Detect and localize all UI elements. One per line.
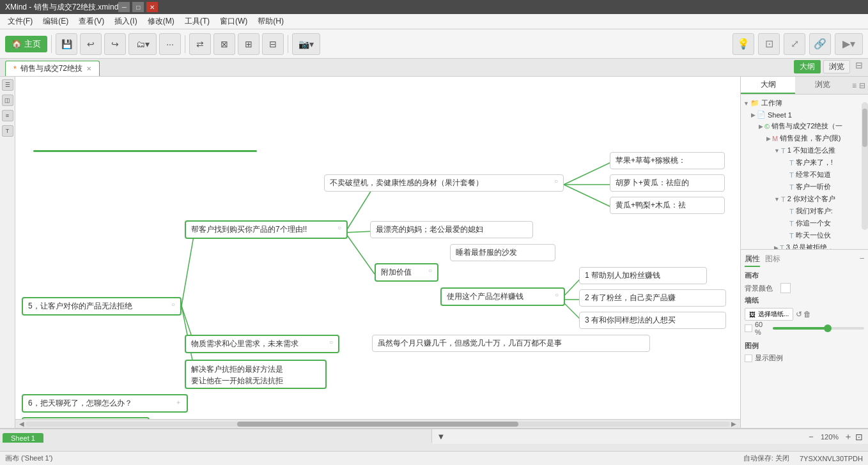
node-need[interactable]: 物质需求和心里需求，未来需求 ○	[185, 335, 339, 353]
tree-sheet1[interactable]: ▶ 📄 Sheet 1	[743, 109, 865, 120]
tree-arrow-workbook[interactable]: ▼	[743, 100, 749, 107]
filter-icon[interactable]: ▼	[437, 432, 446, 441]
undo-button[interactable]: ↩	[80, 33, 102, 55]
redo-button[interactable]: ↪	[104, 33, 126, 55]
scroll-left-arrow[interactable]: ◀	[18, 420, 26, 427]
scroll-track-h[interactable]	[26, 422, 730, 427]
tree-arrow-t1[interactable]: ▼	[774, 148, 780, 154]
node-5[interactable]: 5，让客户对你的产品无法拒绝 ○	[22, 297, 182, 316]
node-reasons[interactable]: 帮客户找到购买你产品的7个理由!! ○	[185, 220, 348, 239]
tree-item-t1c[interactable]: T 客户一听价	[743, 181, 865, 193]
node-fruit2[interactable]: 胡萝卜+黄瓜：祛痘的	[610, 174, 725, 192]
home-button[interactable]: 🏠 主页	[5, 36, 47, 52]
node-resist[interactable]: 解决客户抗拒的最好方法是要让他在一开始就无法抗拒	[185, 360, 327, 389]
export-button[interactable]: ⤢	[784, 33, 805, 55]
tab-close-button[interactable]: ✕	[86, 65, 91, 72]
outline-tab[interactable]: 大纲	[741, 77, 795, 94]
canvas[interactable]: 5，让客户对你的产品无法拒绝 ○ 帮客户找到购买你产品的7个理由!! ○ 不卖破…	[15, 77, 740, 419]
left-btn-4[interactable]: T	[2, 125, 13, 137]
present-button[interactable]: ⊡	[758, 33, 780, 55]
save-button[interactable]: 💾	[56, 33, 77, 55]
browse-tab[interactable]: 浏览	[795, 77, 849, 94]
sheet-tab-1[interactable]: Sheet 1	[3, 433, 43, 443]
node-blender[interactable]: 不卖破壁机，卖健康性感的身材（果汁套餐） ○	[324, 174, 564, 192]
menu-help[interactable]: 帮助(H)	[252, 15, 289, 28]
node-monthly[interactable]: 虽然每个月只赚几千，但感觉几十万，几百万都不是事	[372, 335, 650, 352]
browse-mode-button[interactable]: 浏览	[823, 60, 850, 73]
tree-map-promo[interactable]: ▶ M 销售促推，客户(限)	[743, 132, 865, 144]
horizontal-scrollbar[interactable]: ◀ ▶	[15, 419, 740, 428]
more-button[interactable]: ···	[159, 33, 181, 55]
wallpaper-refresh-icon[interactable]: ↺	[796, 310, 802, 319]
tree-arrow-t3[interactable]: ▶	[774, 245, 779, 250]
opacity-slider[interactable]	[773, 327, 864, 330]
left-btn-2[interactable]: ◫	[2, 95, 13, 106]
bg-color-picker[interactable]	[780, 283, 791, 293]
tree-scroll-thumb[interactable]	[862, 109, 867, 147]
tree-item-t2[interactable]: ▼ T 2 你对这个客户	[743, 193, 865, 205]
node-earn1[interactable]: 1 帮助别人加粉丝赚钱	[579, 267, 707, 284]
opacity-thumb[interactable]	[824, 324, 832, 332]
close-button[interactable]: ✕	[146, 2, 158, 12]
node-mom[interactable]: 最漂亮的妈妈；老公最爱的媳妇	[370, 221, 533, 238]
choose-wallpaper-button[interactable]: 🖼 选择墙纸...	[745, 308, 793, 321]
opacity-checkbox[interactable]	[745, 324, 752, 332]
filter-button[interactable]: ⊠	[213, 33, 235, 55]
panel-settings-icon[interactable]: ≡	[852, 81, 856, 90]
tree-item-t2a[interactable]: T 我们对客户:	[743, 205, 865, 217]
maximize-button[interactable]: □	[132, 2, 144, 12]
menu-insert[interactable]: 插入(I)	[109, 15, 142, 28]
props-tab-icons[interactable]: 图标	[765, 254, 780, 267]
props-collapse-icon[interactable]: –	[860, 254, 864, 267]
zoom-plus-button[interactable]: ＋	[844, 431, 853, 443]
tree-item-t3[interactable]: ▶ T 3 总是被拒绝，	[743, 241, 865, 249]
menu-view[interactable]: 查看(V)	[74, 15, 109, 28]
node-earn2[interactable]: 2 有了粉丝，自己卖产品赚	[579, 289, 726, 307]
scroll-right-arrow[interactable]: ▶	[730, 420, 738, 427]
share-button[interactable]: 🔗	[809, 33, 831, 55]
menu-window[interactable]: 窗口(W)	[215, 15, 252, 28]
tree-map-main[interactable]: ▶ © 销售与成交72绝技（一	[743, 120, 865, 132]
tree-item-t1a[interactable]: T 客户来了，!	[743, 156, 865, 169]
node-fruit1[interactable]: 苹果+草莓+猕猴桃：	[610, 152, 725, 169]
tree-scrollbar[interactable]	[862, 102, 868, 230]
minimize-button[interactable]: ─	[118, 2, 130, 12]
lightbulb-button[interactable]: 💡	[732, 33, 754, 55]
doc-tab[interactable]: * 销售与成交72绝技 ✕	[5, 61, 100, 76]
node-reasons-expand[interactable]: ○	[337, 224, 341, 231]
tree-workbook[interactable]: ▼ 📁 工作簿	[743, 97, 865, 109]
tree-item-t2c[interactable]: T 昨天一位伙	[743, 229, 865, 241]
node-6[interactable]: 6，把天聊死了，怎聊怎么办？ ＋	[22, 394, 188, 413]
menu-tools[interactable]: 工具(T)	[180, 15, 215, 28]
left-btn-1[interactable]: ☰	[2, 79, 13, 91]
replace-button[interactable]: ⇄	[189, 33, 211, 55]
menu-modify[interactable]: 修改(M)	[143, 15, 180, 28]
panel-collapse-icon[interactable]: ⊟	[859, 81, 865, 90]
tree-view[interactable]: ▼ 📁 工作簿 ▶ 📄 Sheet 1 ▶ © 销售与成交72绝技（一 ▶ M …	[741, 95, 868, 249]
expand-button[interactable]: ⊞	[238, 33, 260, 55]
node-earn[interactable]: 使用这个产品怎样赚钱 ○	[440, 287, 565, 306]
more2-button[interactable]: ▶▾	[835, 33, 863, 55]
zoom-minus-button[interactable]: －	[807, 431, 816, 443]
tree-item-t1[interactable]: ▼ T 1 不知道怎么推	[743, 144, 865, 156]
node-fruit3[interactable]: 黄瓜+鸭梨+木瓜：祛	[610, 197, 725, 214]
outline-mode-button[interactable]: 大纲	[794, 60, 821, 73]
tree-arrow-t2[interactable]: ▼	[774, 196, 780, 202]
zoom-fit-button[interactable]: ⊡	[855, 432, 863, 442]
folder-button[interactable]: 🗂▾	[128, 33, 157, 55]
tree-arrow-sheet1[interactable]: ▶	[751, 112, 756, 118]
node-value[interactable]: 附加价值 ○	[375, 263, 438, 282]
menu-file[interactable]: 文件(F)	[3, 15, 38, 28]
wallpaper-delete-icon[interactable]: 🗑	[803, 310, 811, 319]
left-btn-3[interactable]: ≡	[2, 110, 13, 121]
node-earn3[interactable]: 3 有和你同样想法的人想买	[579, 312, 726, 329]
scroll-thumb-h[interactable]	[237, 422, 519, 427]
tree-arrow-promo[interactable]: ▶	[766, 135, 771, 142]
node-5-expand[interactable]: ○	[171, 301, 175, 308]
collapse-panel-icon[interactable]: ⊟	[855, 60, 863, 73]
show-example-checkbox[interactable]	[745, 354, 752, 362]
node-7[interactable]: 7；如何寻找目标客户 ＋	[22, 417, 150, 419]
node-sofa[interactable]: 睡着最舒服的沙发	[450, 244, 555, 261]
tree-item-t1b[interactable]: T 经常不知道	[743, 169, 865, 181]
menu-edit[interactable]: 编辑(E)	[38, 15, 74, 28]
